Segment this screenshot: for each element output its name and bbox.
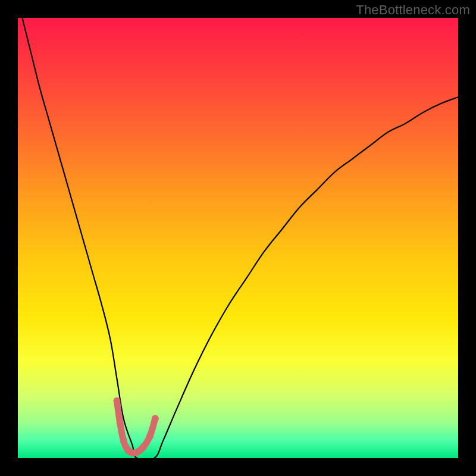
watermark-text: TheBottleneck.com: [356, 2, 470, 18]
highlight-dot: [146, 433, 154, 440]
highlight-dot: [120, 437, 127, 444]
highlight-dot: [152, 415, 159, 422]
highlight-dot: [114, 397, 121, 405]
highlight-dot: [140, 444, 147, 451]
highlight-dot: [133, 449, 140, 456]
chart-frame: TheBottleneck.com: [0, 0, 476, 476]
gradient-background: [18, 18, 458, 458]
chart-svg: [18, 18, 458, 458]
plot-area: [18, 18, 458, 458]
highlight-dot: [117, 419, 124, 427]
